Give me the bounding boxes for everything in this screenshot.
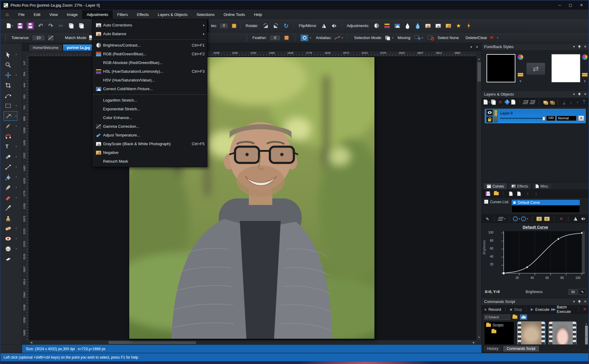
menu-view[interactable]: View	[45, 10, 62, 19]
batch-execute-label[interactable]: Batch Execute	[557, 305, 574, 314]
curves-list-checkbox[interactable]: ✓	[484, 200, 488, 204]
selection-mode-icon[interactable]	[384, 35, 391, 41]
menu-image[interactable]: Image	[62, 10, 82, 19]
toolbar-grip[interactable]	[246, 35, 248, 41]
menu-item-gamma-correction[interactable]: Gamma Correction...	[92, 122, 207, 131]
menu-selections[interactable]: Selections	[192, 10, 219, 19]
record-icon[interactable]: ●	[484, 307, 487, 312]
tool-rect-select[interactable]: ▾	[4, 101, 17, 111]
curves-list[interactable]: Default Curve	[511, 200, 580, 213]
maximize-button[interactable]: ▢	[569, 3, 572, 7]
flip-vertical-button[interactable]	[319, 21, 329, 31]
undo-button[interactable]: ↶	[35, 21, 46, 31]
menu-adjustments[interactable]: Adjustments	[82, 10, 113, 19]
menu-item-exponential-stretch[interactable]: Exponential Stretch...	[92, 105, 207, 113]
menu-layers-objects[interactable]: Layers & Objects	[153, 10, 192, 19]
tab-close-icon[interactable]: ✕	[476, 45, 478, 49]
panel-menu-chevron-icon[interactable]: ▾	[573, 92, 575, 96]
menu-edit[interactable]: Edit	[29, 10, 45, 19]
tool-move[interactable]: ▾	[4, 70, 17, 80]
scripts-scrollbar[interactable]: ▲ ≡	[584, 321, 588, 344]
rotate-custom-button[interactable]: ↻	[281, 21, 291, 31]
tool-magic-wand[interactable]: ▾	[4, 111, 17, 121]
brush-shape-button[interactable]	[300, 34, 309, 41]
merge-down-button[interactable]: ▼	[523, 99, 529, 106]
tolerance-curve-button[interactable]	[47, 34, 55, 41]
menu-online-tools[interactable]: Online Tools	[219, 10, 249, 19]
favorites-button[interactable]: ★	[453, 21, 464, 31]
tool-red-eye[interactable]: ▾	[4, 234, 17, 243]
batch-execute-icon[interactable]: ▶▶	[551, 307, 555, 311]
menu-item-grayscale[interactable]: GrayScale (Black & White Photograph) Ctr…	[92, 139, 207, 148]
panel-close-icon[interactable]: ✕	[584, 300, 587, 304]
tool-brush[interactable]: ▾	[4, 183, 17, 192]
rotate-left-button[interactable]	[261, 21, 271, 31]
tab-commands-script[interactable]: Commands Script	[503, 345, 539, 352]
ungroup-layers-button[interactable]	[549, 99, 555, 106]
point-edit-button[interactable]: ✎	[579, 289, 586, 295]
close-script-icon[interactable]: ✕	[583, 307, 587, 312]
tree-item-scripts[interactable]: Scripts	[486, 323, 512, 327]
pin-icon[interactable]	[578, 300, 581, 304]
pin-icon[interactable]	[578, 93, 581, 96]
blend-mode-chevron-icon[interactable]: ▼	[578, 115, 584, 121]
background-gradient-icon[interactable]	[582, 73, 588, 77]
partial-value-box[interactable]: 0	[219, 23, 228, 29]
color-swatch-button[interactable]	[230, 22, 238, 29]
prev-frame-button[interactable]: ◀	[536, 216, 542, 222]
vertical-scroll-thumb[interactable]	[478, 62, 481, 81]
scripts-tree[interactable]: Scripts	[484, 321, 514, 344]
menu-item-logarithm-stretch[interactable]: Logarithm Stretch...	[92, 96, 207, 105]
tool-healing-patch[interactable]: ▾	[4, 224, 17, 233]
delete-curve-button[interactable]: ✕	[516, 190, 523, 197]
feather-swatch-button[interactable]	[282, 34, 290, 41]
tolerance-input[interactable]	[32, 35, 45, 41]
save-button[interactable]	[15, 21, 25, 31]
load-curve-button[interactable]	[493, 190, 500, 197]
tool-smudge[interactable]: ▾	[4, 244, 17, 254]
color-curves-button[interactable]	[382, 21, 392, 31]
menu-item-brightness-contrast[interactable]: Brightness/Contrast... Ctrl+F1	[92, 41, 207, 50]
scroll-down-icon[interactable]: ▼	[478, 335, 480, 340]
foreground-gradient-icon[interactable]	[517, 73, 523, 77]
foreground-color-wheel-icon[interactable]	[517, 54, 523, 60]
tab-portret-1a[interactable]: portret-1a.jpg	[63, 44, 94, 51]
pin-icon[interactable]	[578, 45, 581, 49]
feather-input[interactable]	[269, 35, 281, 41]
menu-file[interactable]: File	[14, 10, 29, 19]
send-to-back-button[interactable]: ↓	[561, 99, 567, 106]
cloud-scripts-button[interactable]	[520, 314, 527, 320]
layer-row[interactable]: Layer 0 100 Normal ▼	[485, 109, 586, 123]
scripts-scroll-thumb[interactable]: ≡	[585, 326, 588, 344]
layer-lock-button[interactable]	[486, 116, 493, 123]
script-path-input[interactable]	[484, 315, 510, 320]
vertical-scrollbar[interactable]: ▲ ▼	[476, 57, 481, 340]
menu-item-auto-balance[interactable]: Auto Balance ▸	[92, 29, 207, 38]
copy-merged-button[interactable]: +	[511, 99, 517, 106]
delete-clear-label[interactable]: Delete/Clear	[465, 35, 487, 40]
background-color-wheel-icon[interactable]	[582, 54, 588, 60]
edit-curve-button[interactable]: ✎	[484, 216, 491, 222]
horizontal-scrollbar[interactable]: ◀ ▶	[29, 340, 476, 344]
close-button[interactable]: ✕	[580, 3, 583, 7]
tool-clone-stamp[interactable]	[4, 213, 17, 223]
bring-to-front-button[interactable]: ↑	[581, 99, 587, 106]
tab-history[interactable]: History	[483, 345, 502, 352]
menu-item-rgb-absolute[interactable]: RGB Absolute (Red/Green/Blue)...	[92, 58, 207, 67]
background-color-swatch[interactable]	[551, 54, 580, 82]
toolbar-grip[interactable]	[5, 35, 7, 41]
tool-eraser[interactable]: ▾	[4, 193, 17, 203]
curve-chart[interactable]: Brightness 20406080100	[484, 231, 587, 284]
delete-clear-x-icon[interactable]: ✕	[489, 35, 494, 41]
layer-opacity-value[interactable]: 100	[546, 116, 555, 121]
browse-folder-button[interactable]	[511, 314, 518, 320]
tool-pen[interactable]: ▾	[4, 121, 17, 131]
grayscale-button[interactable]	[433, 21, 443, 31]
select-none-label[interactable]: Select None	[438, 35, 459, 40]
copy-button[interactable]	[66, 21, 76, 31]
point-value-input[interactable]	[569, 289, 578, 295]
redo-button[interactable]: ↷	[46, 21, 56, 31]
paste-button[interactable]	[76, 21, 87, 31]
layer-opacity-slider[interactable]	[500, 117, 545, 121]
menu-item-color-enhance[interactable]: Color Enhance...	[92, 113, 207, 122]
